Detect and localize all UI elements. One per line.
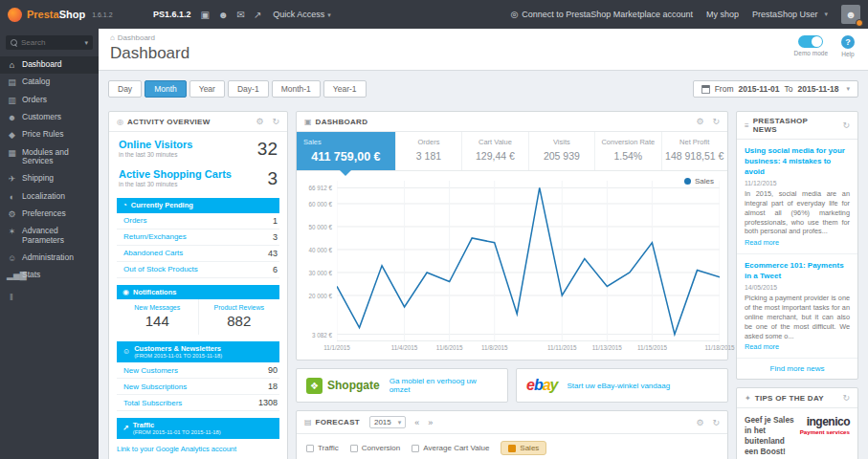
forecast-icon: ▤ bbox=[304, 418, 312, 426]
sidebar-item-customers[interactable]: ☻Customers bbox=[0, 109, 99, 126]
forecast-legend-traffic[interactable]: Traffic bbox=[306, 444, 339, 452]
refresh-icon[interactable]: ↻ bbox=[842, 393, 850, 403]
day-button[interactable]: Day bbox=[108, 80, 142, 98]
out-of-stock-row[interactable]: Out of Stock Products6 bbox=[117, 262, 279, 278]
refresh-icon[interactable]: ↻ bbox=[842, 120, 850, 130]
sidebar-item-preferences[interactable]: ⚙Preferences bbox=[0, 206, 99, 223]
new-customers-row[interactable]: New Customers90 bbox=[117, 362, 279, 379]
tips-body: Geef je Sales in het buitenland een Boos… bbox=[737, 408, 857, 459]
shopgate-promo-link[interactable]: Ga mobiel en verhoog uw omzet bbox=[389, 377, 498, 394]
year-button[interactable]: Year bbox=[189, 80, 225, 98]
sidebar-item-localization[interactable]: ◐Localization bbox=[0, 188, 99, 206]
forecast-legend-average-cart-value[interactable]: Average Cart Value bbox=[412, 444, 489, 452]
tips-panel-header: ✦ TIPS OF THE DAY ↻ bbox=[737, 388, 857, 408]
new-subscriptions-row[interactable]: New Subscriptions18 bbox=[117, 379, 279, 395]
quick-access-dropdown[interactable]: Quick Access▾ bbox=[273, 10, 331, 19]
x-axis-tick-label: 11/13/2015 bbox=[592, 344, 622, 351]
read-more-link[interactable]: Read more bbox=[745, 342, 779, 351]
gear-icon[interactable]: ⚙ bbox=[696, 418, 703, 427]
x-axis-tick-label: 11/15/2015 bbox=[637, 344, 667, 351]
caret-down-icon: ▾ bbox=[398, 419, 402, 426]
sidebar-item-advanced-parameters[interactable]: ✶Advanced Parameters bbox=[0, 223, 99, 250]
date-range-picker[interactable]: From 2015-11-01 To 2015-11-18 ▾ bbox=[693, 80, 858, 98]
user-avatar[interactable]: ☻ bbox=[841, 5, 860, 24]
kpi-sales[interactable]: Sales411 759,00 € bbox=[297, 132, 396, 170]
refresh-icon[interactable]: ↻ bbox=[712, 117, 720, 126]
month-minus-1-button[interactable]: Month-1 bbox=[272, 80, 321, 98]
rocket-icon[interactable]: ↗ bbox=[254, 10, 261, 20]
abandoned-carts-row[interactable]: Abandoned Carts43 bbox=[117, 246, 279, 262]
messages-icon[interactable]: ✉ bbox=[237, 10, 245, 20]
help-icon[interactable]: ? bbox=[841, 35, 855, 49]
gear-icon[interactable]: ⚙ bbox=[696, 117, 703, 126]
previous-year-icon[interactable]: « bbox=[414, 418, 419, 427]
forecast-legend-sales[interactable]: Sales bbox=[501, 441, 546, 455]
sidebar-search: ▾ bbox=[6, 35, 93, 50]
marketplace-icon: ◎ bbox=[510, 10, 518, 19]
sidebar-item-stats[interactable]: ▂▅▇Stats bbox=[0, 267, 99, 284]
cart-icon[interactable]: ▣ bbox=[201, 10, 210, 20]
chart-plot-area bbox=[337, 181, 720, 341]
forecast-year-select[interactable]: 2015▾ bbox=[369, 416, 406, 428]
demo-mode-toggle[interactable] bbox=[798, 35, 823, 48]
ebay-promo-link[interactable]: Start uw eBay-winkel vandaag bbox=[568, 382, 671, 390]
kpi-visits[interactable]: Visits205 939 bbox=[529, 132, 595, 170]
find-more-news-link[interactable]: Find more news bbox=[737, 359, 857, 379]
total-subscribers-row[interactable]: Total Subscribers1308 bbox=[117, 395, 279, 411]
refresh-icon[interactable]: ↻ bbox=[712, 418, 720, 427]
x-axis-tick-label: 11/11/2015 bbox=[547, 344, 577, 351]
sidebar-item-price-rules[interactable]: ◆Price Rules bbox=[0, 126, 99, 143]
sidebar-item-orders[interactable]: ▥Orders bbox=[0, 92, 99, 109]
gear-icon[interactable]: ⚙ bbox=[256, 117, 263, 126]
product-reviews-cell[interactable]: Product Reviews882 bbox=[198, 299, 280, 335]
prestashop-logo-icon bbox=[8, 8, 22, 22]
sidebar-collapse-toggle[interactable]: ‖ bbox=[0, 285, 99, 310]
chart-x-labels: 11/1/201511/4/201511/6/201511/8/201511/1… bbox=[337, 344, 720, 356]
sidebar-item-administration[interactable]: ☺Administration bbox=[0, 250, 99, 267]
sidebar-item-modules[interactable]: ▦Modules and Services bbox=[0, 144, 99, 171]
kpi-net-profit[interactable]: Net Profit148 918,51 € bbox=[662, 132, 727, 170]
user-icon[interactable]: ☻ bbox=[218, 10, 229, 20]
news-item-title[interactable]: Ecommerce 101: Payments in a Tweet bbox=[745, 261, 844, 280]
user-menu[interactable]: PrestaShop User▾ bbox=[752, 10, 828, 19]
shopgate-logo: ❖ Shopgate bbox=[306, 378, 380, 394]
active-carts-metric: Active Shopping Cartsin the last 30 minu… bbox=[109, 162, 287, 191]
year-minus-1-button[interactable]: Year-1 bbox=[323, 80, 367, 98]
next-year-icon[interactable]: » bbox=[428, 418, 433, 427]
x-axis-tick-label: 11/4/2015 bbox=[391, 344, 418, 351]
day-minus-1-button[interactable]: Day-1 bbox=[228, 80, 269, 98]
news-item-date: 14/05/2015 bbox=[745, 284, 850, 291]
prestashop-logo[interactable]: PrestaShop 1.6.1.2 bbox=[8, 8, 151, 22]
checkbox-icon bbox=[350, 445, 358, 452]
my-shop-link[interactable]: My shop bbox=[706, 10, 739, 19]
kpi-orders[interactable]: Orders3 181 bbox=[396, 132, 462, 170]
sidebar-item-shipping[interactable]: ✈Shipping bbox=[0, 170, 99, 187]
shop-name[interactable]: PS1.6.1.2 bbox=[153, 10, 191, 19]
new-messages-cell[interactable]: New Messages144 bbox=[117, 299, 198, 335]
read-more-link[interactable]: Read more bbox=[745, 238, 779, 247]
sidebar-item-dashboard[interactable]: ⌂Dashboard bbox=[0, 56, 99, 74]
tips-headline: Geef je Sales in het buitenland een Boos… bbox=[745, 415, 794, 456]
x-axis-tick-label: 11/6/2015 bbox=[436, 344, 463, 351]
month-button[interactable]: Month bbox=[145, 80, 187, 98]
kpi-cart-value[interactable]: Cart Value129,44 € bbox=[462, 132, 528, 170]
pending-returns-row[interactable]: Return/Exchanges3 bbox=[117, 230, 279, 246]
forecast-legend-conversion[interactable]: Conversion bbox=[350, 444, 400, 452]
refresh-icon[interactable]: ↻ bbox=[272, 117, 279, 126]
y-axis-tick-label: 50 000 € bbox=[308, 224, 332, 230]
kpi-conversion-rate[interactable]: Conversion Rate1.54% bbox=[595, 132, 661, 170]
pending-orders-row[interactable]: Orders1 bbox=[117, 213, 279, 230]
x-axis-tick-label: 11/1/2015 bbox=[323, 344, 350, 351]
sidebar-item-catalog[interactable]: ▤Catalog bbox=[0, 74, 99, 91]
clock-icon: ◔ bbox=[122, 201, 127, 210]
y-axis-tick-label: 30 000 € bbox=[308, 270, 332, 276]
news-item-title[interactable]: Using social media for your business: 4 … bbox=[745, 146, 845, 176]
checkbox-icon bbox=[508, 445, 516, 452]
search-input[interactable] bbox=[21, 38, 78, 47]
marketplace-link[interactable]: ◎Connect to PrestaShop Marketplace accou… bbox=[510, 10, 692, 19]
caret-down-icon[interactable]: ▾ bbox=[84, 39, 88, 47]
module-promos: ❖ Shopgate Ga mobiel en verhoog uw omzet… bbox=[296, 368, 728, 403]
google-analytics-link[interactable]: Link to your Google Analytics account bbox=[117, 445, 279, 453]
modules-icon: ▦ bbox=[7, 148, 17, 158]
page-header: ⌂Dashboard Dashboard Demo mode ? Help bbox=[99, 29, 868, 71]
